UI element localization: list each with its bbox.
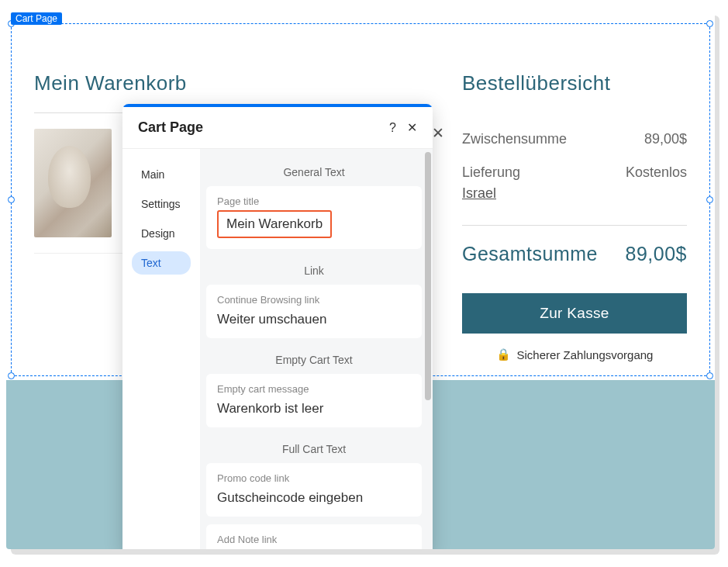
resize-handle-tr[interactable] [706, 20, 713, 27]
cart-title: Mein Warenkorb [34, 71, 423, 95]
product-image[interactable] [34, 129, 112, 237]
order-summary: Bestellübersicht Zwischensumme 89,00$ Li… [462, 71, 687, 361]
field-label: Empty cart message [217, 383, 411, 395]
resize-handle-ml[interactable] [8, 196, 15, 203]
secure-payment-text: Sicherer Zahlungsvorgang [517, 348, 654, 361]
field-empty-cart-message[interactable]: Empty cart message Warenkorb ist leer [206, 374, 422, 427]
total-value: 89,00$ [626, 243, 687, 265]
tab-text[interactable]: Text [132, 251, 191, 275]
tab-design[interactable]: Design [132, 222, 191, 245]
field-value[interactable]: Mein Warenkorb [226, 216, 323, 231]
panel-title: Cart Page [138, 119, 203, 136]
resize-handle-bl[interactable] [8, 372, 15, 379]
help-icon[interactable]: ? [389, 121, 396, 135]
field-continue-browsing[interactable]: Continue Browsing link Weiter umschauen [206, 285, 422, 338]
field-label: Promo code link [217, 472, 411, 484]
checkout-button[interactable]: Zur Kasse [462, 293, 687, 334]
panel-tabs: Main Settings Design Text [122, 149, 200, 549]
tab-main[interactable]: Main [132, 163, 191, 186]
field-label: Page title [217, 195, 411, 207]
order-summary-title: Bestellübersicht [462, 71, 687, 95]
scrollbar-thumb[interactable] [425, 152, 431, 400]
shipping-label: Lieferung [462, 164, 520, 181]
field-label: Add Note link [217, 534, 411, 545]
field-promo-code[interactable]: Promo code link Gutscheincode eingeben [206, 463, 422, 517]
section-empty-cart: Empty Cart Text [206, 346, 422, 374]
close-icon[interactable]: ✕ [407, 120, 417, 135]
shipping-country-link[interactable]: Israel [462, 185, 496, 202]
editor-canvas: Cart Page 0$ ✕ Mein Warenkorb Bestellübe… [6, 12, 715, 549]
tab-settings[interactable]: Settings [132, 192, 191, 216]
section-link: Link [206, 257, 422, 285]
divider [462, 225, 687, 226]
subtotal-value: 89,00$ [644, 131, 687, 147]
shipping-value: Kostenlos [626, 164, 687, 181]
settings-panel: Cart Page ? ✕ Main Settings Design Text … [122, 104, 433, 549]
section-full-cart: Full Cart Text [206, 435, 422, 463]
field-value[interactable]: Weiter umschauen [217, 312, 411, 327]
field-page-title[interactable]: Page title Mein Warenkorb [206, 186, 422, 249]
lock-icon: 🔒 [496, 347, 511, 361]
resize-handle-br[interactable] [706, 372, 713, 379]
selection-tag[interactable]: Cart Page [11, 12, 62, 25]
field-add-note[interactable]: Add Note link [206, 524, 422, 549]
total-label: Gesamtsumme [462, 243, 598, 265]
field-label: Continue Browsing link [217, 294, 411, 306]
field-value[interactable]: Gutscheincode eingeben [217, 490, 411, 506]
panel-form-area[interactable]: General Text Page title Mein Warenkorb L… [200, 149, 433, 549]
resize-handle-mr[interactable] [706, 196, 713, 203]
section-general-text: General Text [206, 158, 422, 186]
field-value[interactable]: Warenkorb ist leer [217, 401, 411, 417]
subtotal-label: Zwischensumme [462, 131, 567, 147]
